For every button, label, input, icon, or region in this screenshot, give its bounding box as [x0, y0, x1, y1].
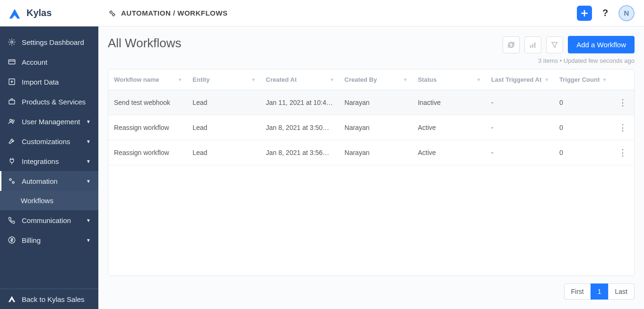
svg-point-8	[12, 181, 14, 183]
more-button[interactable]: ⋮	[617, 122, 628, 133]
avatar[interactable]: N	[618, 5, 635, 21]
svg-point-5	[10, 120, 12, 122]
sidebar: Kylas Settings DashboardAccountImport Da…	[0, 0, 98, 309]
cell-last-triggered: -	[486, 140, 554, 165]
sidebar-item-label: Import Data	[22, 78, 91, 86]
page-last[interactable]: Last	[608, 283, 635, 300]
sidebar-item-label: Communication	[22, 216, 80, 224]
col-actions	[611, 69, 634, 90]
filter-icon	[550, 41, 559, 49]
col-header-label: Workflow name	[114, 76, 159, 83]
gears-icon	[8, 177, 16, 185]
col-header-label: Last Triggered At	[491, 76, 541, 83]
cell-status: Inactive	[412, 90, 486, 115]
page-first[interactable]: First	[564, 283, 591, 300]
workflows-table: Workflow name▼Entity▼Created At▼Created …	[108, 69, 635, 276]
logo[interactable]: Kylas	[0, 0, 98, 26]
col-header-label: Status	[418, 76, 437, 83]
col-header[interactable]: Trigger Count▼	[554, 69, 611, 90]
sidebar-item-user-management[interactable]: User Management▼	[0, 112, 98, 131]
cell-created-by: Narayan	[339, 115, 412, 140]
sidebar-item-account[interactable]: Account	[0, 52, 98, 72]
add-workflow-button[interactable]: Add a Workflow	[568, 36, 635, 53]
sidebar-item-settings-dashboard[interactable]: Settings Dashboard	[0, 32, 98, 52]
sort-icon: ▼	[602, 77, 607, 82]
briefcase-icon	[8, 97, 16, 106]
sidebar-sub-workflows[interactable]: Workflows	[0, 191, 98, 210]
refresh-icon	[507, 41, 515, 49]
cell-status: Active	[412, 115, 486, 140]
sort-icon: ▼	[545, 77, 549, 82]
sidebar-item-integrations[interactable]: Integrations▼	[0, 151, 98, 171]
svg-rect-13	[532, 43, 533, 47]
sidebar-item-label: Account	[22, 58, 91, 66]
sidebar-item-communication[interactable]: Communication▼	[0, 210, 98, 230]
sidebar-item-automation[interactable]: Automation▼	[0, 171, 98, 191]
card-icon	[8, 58, 16, 66]
sidebar-item-label: Automation	[22, 177, 80, 185]
dollar-icon	[8, 236, 16, 244]
more-button[interactable]: ⋮	[617, 97, 628, 108]
logo-icon	[8, 6, 22, 20]
table-row[interactable]: Send test webhookLeadJan 11, 2021 at 10:…	[108, 90, 634, 115]
svg-rect-12	[530, 45, 531, 47]
stats-button[interactable]	[524, 36, 541, 53]
refresh-button[interactable]	[503, 36, 520, 53]
sidebar-item-label: User Management	[22, 118, 80, 126]
sidebar-footer-label: Back to Kylas Sales	[22, 295, 91, 303]
col-header[interactable]: Entity▼	[187, 69, 260, 90]
logo-small-icon	[8, 295, 16, 303]
help-button[interactable]: ?	[598, 6, 613, 21]
sort-icon: ▼	[330, 77, 334, 82]
sidebar-item-billing[interactable]: Billing▼	[0, 230, 98, 250]
col-header[interactable]: Last Triggered At▼	[486, 69, 554, 90]
col-header-label: Created At	[266, 76, 296, 83]
page-current[interactable]: 1	[591, 283, 609, 300]
sidebar-item-products-services[interactable]: Products & Services	[0, 92, 98, 112]
add-button[interactable]	[577, 6, 592, 21]
plug-icon	[8, 157, 16, 165]
svg-rect-14	[534, 42, 535, 47]
cell-trigger-count: 0	[554, 90, 611, 115]
chevron-down-icon: ▼	[86, 218, 91, 223]
wrench-icon	[8, 137, 16, 146]
chevron-down-icon: ▼	[86, 159, 91, 164]
sort-icon: ▼	[178, 77, 182, 82]
sidebar-back-to-sales[interactable]: Back to Kylas Sales	[0, 289, 98, 309]
table-row[interactable]: Reassign workflowLeadJan 8, 2021 at 3:56…	[108, 140, 634, 165]
filter-button[interactable]	[546, 36, 563, 53]
bar-chart-icon	[529, 41, 537, 49]
breadcrumb: AUTOMATION / WORKFLOWS	[108, 9, 227, 17]
cell-actions: ⋮	[611, 90, 634, 115]
col-header[interactable]: Status▼	[412, 69, 486, 90]
cell-last-triggered: -	[486, 90, 554, 115]
cell-trigger-count: 0	[554, 115, 611, 140]
sidebar-item-label: Customizations	[22, 137, 80, 146]
cell-created-at: Jan 11, 2021 at 10:4…	[260, 90, 339, 115]
cell-created-at: Jan 8, 2021 at 3:50…	[260, 115, 339, 140]
import-icon	[8, 77, 16, 86]
cell-name: Send test webhook	[108, 90, 187, 115]
phone-icon	[8, 216, 16, 224]
cell-last-triggered: -	[486, 115, 554, 140]
table-row[interactable]: Reassign workflowLeadJan 8, 2021 at 3:50…	[108, 115, 634, 140]
more-button[interactable]: ⋮	[617, 147, 628, 158]
gears-icon	[108, 9, 116, 17]
svg-point-7	[9, 179, 11, 180]
sidebar-item-label: Integrations	[22, 157, 80, 165]
cell-entity: Lead	[187, 140, 260, 165]
sidebar-item-import-data[interactable]: Import Data	[0, 72, 98, 92]
svg-rect-4	[9, 100, 15, 104]
cell-status: Active	[412, 140, 486, 165]
col-header[interactable]: Created By▼	[339, 69, 412, 90]
col-header[interactable]: Workflow name▼	[108, 69, 187, 90]
col-header-label: Created By	[345, 76, 377, 83]
chevron-down-icon: ▼	[86, 179, 91, 184]
content: All Workflows Add a Workflow 3 items	[98, 26, 644, 309]
sidebar-item-label: Products & Services	[22, 98, 91, 106]
col-header[interactable]: Created At▼	[260, 69, 339, 90]
sidebar-item-customizations[interactable]: Customizations▼	[0, 131, 98, 151]
sidebar-item-label: Billing	[22, 236, 80, 244]
status-updated: Updated few seconds ago	[564, 57, 635, 64]
sort-icon: ▼	[403, 77, 408, 82]
